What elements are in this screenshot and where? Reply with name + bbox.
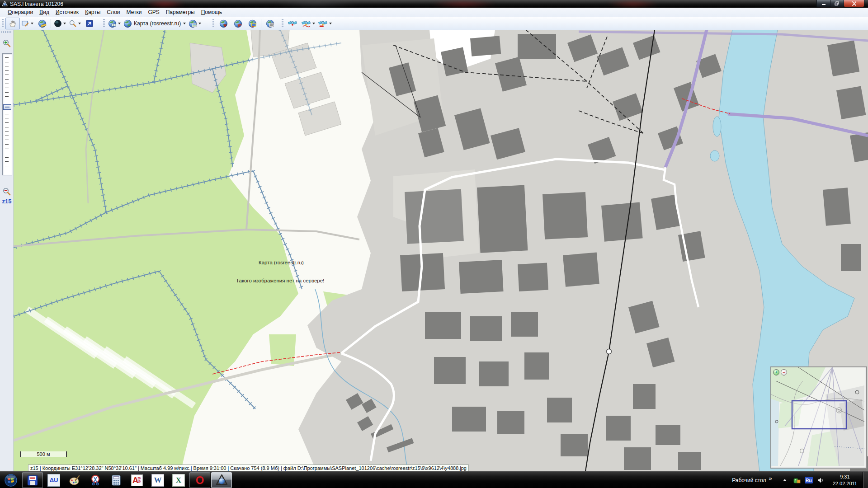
map-source-mode-button[interactable] xyxy=(107,18,122,29)
close-icon xyxy=(852,1,857,6)
gps-track-button[interactable] xyxy=(285,18,300,29)
excel-glyph: X xyxy=(176,476,181,485)
menu-source[interactable]: Источник xyxy=(52,8,82,16)
taskbar-file-manager-button[interactable] xyxy=(22,472,43,488)
taskbar-snipping-tool-button[interactable] xyxy=(85,473,105,488)
mini-map[interactable]: + − xyxy=(770,366,867,469)
volume-icon[interactable] xyxy=(816,476,825,484)
map-canvas[interactable] xyxy=(14,30,868,471)
night-mode-button[interactable] xyxy=(52,18,67,29)
taskbar-paint-button[interactable] xyxy=(65,473,85,488)
gps-connect-button[interactable] xyxy=(316,18,333,29)
tray-app-icon[interactable] xyxy=(793,476,801,484)
paint-palette-icon xyxy=(69,474,80,486)
tile-source-label: Карта (rosreestr.ru) xyxy=(259,260,304,265)
zoom-slider-thumb[interactable] xyxy=(3,104,11,110)
minimap-zoom-out-button[interactable]: − xyxy=(781,369,787,375)
scissors-icon xyxy=(90,474,101,486)
taskbar-sas-planet-button[interactable] xyxy=(211,472,232,488)
fullscreen-button[interactable] xyxy=(82,18,97,29)
menu-maps[interactable]: Карты xyxy=(82,8,104,16)
clock[interactable]: 9:31 22.02.2011 xyxy=(833,474,857,487)
menu-gps[interactable]: GPS xyxy=(145,8,162,16)
toolbar-separator xyxy=(261,19,261,28)
main-toolbar: Карта (rosreestr.ru) xyxy=(0,17,868,30)
menu-layers[interactable]: Слои xyxy=(104,8,123,16)
dropdown-arrow-icon xyxy=(31,23,33,24)
word-glyph: W xyxy=(154,476,162,485)
close-button[interactable] xyxy=(844,0,864,7)
language-indicator[interactable]: Ru xyxy=(805,477,813,483)
zoom-slider[interactable] xyxy=(2,53,12,175)
tile-error-label: Такого изображения нет на сервере! xyxy=(236,278,324,283)
taskbar-word-button[interactable]: W xyxy=(148,473,168,488)
search-button[interactable] xyxy=(67,18,82,29)
restore-button[interactable] xyxy=(830,0,844,7)
toolbar-chevron[interactable]: » xyxy=(769,475,778,482)
restore-icon xyxy=(835,1,840,6)
toolbar-grip[interactable] xyxy=(2,19,4,28)
minimap-canvas[interactable] xyxy=(771,367,864,466)
minimap-zoom-in-button[interactable]: + xyxy=(773,369,779,375)
toolbar-grip[interactable] xyxy=(212,19,214,28)
zoom-in-icon xyxy=(2,39,11,48)
zoom-out-button[interactable] xyxy=(1,186,12,197)
show-desktop-button[interactable] xyxy=(863,472,868,488)
desktop-toolbar-label[interactable]: Рабочий стол xyxy=(729,477,769,483)
cache-manager-button[interactable] xyxy=(263,18,277,29)
excel-icon: X xyxy=(172,474,185,487)
download-edit-button[interactable] xyxy=(231,18,245,29)
download-start-button[interactable] xyxy=(216,18,231,29)
panel-grip[interactable] xyxy=(1,31,12,33)
toolbar-grip[interactable] xyxy=(103,19,105,28)
minimize-icon xyxy=(821,1,826,5)
selection-manager-button[interactable] xyxy=(20,18,35,29)
fullscreen-icon xyxy=(85,19,94,28)
zoom-in-button[interactable] xyxy=(1,38,12,49)
dropdown-arrow-icon xyxy=(329,23,332,24)
globe-list-icon xyxy=(266,19,274,28)
menu-operations[interactable]: Операции xyxy=(5,8,36,16)
menu-help[interactable]: Помощь xyxy=(198,8,225,16)
search-icon xyxy=(69,19,77,28)
satellite-marker-icon xyxy=(301,19,311,28)
taskbar-calculator-button[interactable] xyxy=(106,473,126,488)
dropdown-arrow-icon xyxy=(118,23,121,24)
windows-start-icon xyxy=(4,474,18,487)
map-viewport[interactable]: Карта (rosreestr.ru) Такого изображения … xyxy=(14,30,868,471)
download-edit-icon xyxy=(234,19,242,28)
menu-settings[interactable]: Параметры xyxy=(163,8,198,16)
wallpaper-blur xyxy=(145,0,185,8)
minimap-viewport-rect[interactable] xyxy=(792,401,846,429)
tray-time: 9:31 xyxy=(833,474,857,480)
taskbar-opera-button[interactable]: O xyxy=(189,472,210,488)
status-bar: z15 | Координаты E31°12'28.32" N58°32'10… xyxy=(28,465,469,471)
download-polygon-button[interactable] xyxy=(245,18,259,29)
layers-button[interactable] xyxy=(187,18,203,29)
taskbar-excel-button[interactable]: X xyxy=(169,473,189,488)
system-tray: Рабочий стол » Ru 9:31 22.02.2011 xyxy=(729,472,868,488)
minimize-button[interactable] xyxy=(816,0,830,7)
menu-placemarks[interactable]: Метки xyxy=(123,8,145,16)
station-marker xyxy=(607,349,612,354)
menu-view[interactable]: Вид xyxy=(36,8,52,16)
toolbar-separator xyxy=(51,19,51,28)
pan-hand-button[interactable] xyxy=(5,18,20,29)
measure-distance-button[interactable] xyxy=(35,18,49,29)
layers-globe-icon xyxy=(189,19,197,28)
show-hidden-icons-button[interactable] xyxy=(783,479,787,481)
taskbar: ΔU xyxy=(0,471,868,488)
wallpaper-blur xyxy=(271,0,362,8)
map-globe-icon xyxy=(123,19,132,28)
taskbar-autocad-button[interactable]: A 20 10 xyxy=(127,473,147,488)
gps-marker-button[interactable] xyxy=(300,18,316,29)
zoom-level-label: z15 xyxy=(0,198,14,205)
map-type-selector[interactable]: Карта (rosreestr.ru) xyxy=(122,18,187,29)
taskbar-delta-u-button[interactable]: ΔU xyxy=(44,473,64,488)
satellite-icon xyxy=(288,19,297,28)
wallpaper-blur xyxy=(606,0,660,8)
start-button[interactable] xyxy=(0,472,22,488)
zoom-slider-ticks xyxy=(5,57,9,170)
menu-bar: Операции Вид Источник Карты Слои Метки G… xyxy=(0,8,868,17)
toolbar-grip[interactable] xyxy=(282,19,283,28)
